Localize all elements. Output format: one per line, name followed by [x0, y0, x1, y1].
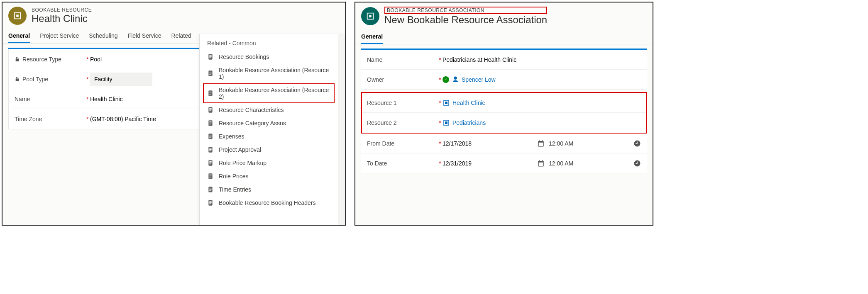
entity-icon	[361, 7, 379, 25]
field-label: From Date	[367, 140, 394, 147]
assoc-fields-dates: From Date * 12/17/2018 12:00 AM To Date …	[361, 134, 647, 173]
form-header: BOOKABLE RESOURCE Health Clinic	[2, 2, 345, 25]
related-item[interactable]: Bookable Resource Association (Resource …	[200, 63, 338, 83]
tab-project-service[interactable]: Project Service	[40, 32, 79, 43]
record-title: Health Clinic	[32, 13, 92, 24]
calendar-icon[interactable]	[537, 140, 545, 147]
clock-icon[interactable]	[633, 160, 641, 167]
related-item[interactable]: Resource Bookings	[200, 50, 338, 63]
field-value: Facility	[90, 73, 152, 86]
field-label: Time Zone	[15, 116, 42, 122]
record-title: New Bookable Resource Association	[384, 14, 547, 26]
entity-label: BOOKABLE RESOURCE	[32, 7, 92, 13]
related-item[interactable]: Expenses	[200, 130, 338, 143]
svg-rect-1	[445, 102, 447, 104]
to-date-value[interactable]: 12/31/2019	[443, 160, 537, 167]
svg-rect-3	[445, 122, 447, 124]
related-item[interactable]: Resource Category Assns	[200, 117, 338, 130]
related-item[interactable]: Time Entries	[200, 183, 338, 196]
related-item[interactable]: Project Approval	[200, 143, 338, 156]
field-label: Name	[15, 96, 30, 102]
field-name[interactable]: Name * Pediatricians at Health Clinic	[361, 50, 647, 70]
person-icon	[452, 76, 459, 83]
lock-icon	[15, 56, 20, 62]
related-menu: Related - Common Resource BookingsBookab…	[199, 34, 345, 225]
field-label: Resource Type	[22, 56, 61, 63]
resource-icon	[443, 99, 450, 107]
form-header: BOOKABLE RESOURCE ASSOCIATION New Bookab…	[355, 2, 653, 26]
field-owner[interactable]: Owner * Spencer Low	[361, 70, 647, 90]
to-time-value[interactable]: 12:00 AM	[549, 160, 573, 167]
bookable-resource-association-form: BOOKABLE RESOURCE ASSOCIATION New Bookab…	[355, 2, 653, 226]
field-label: To Date	[367, 160, 387, 167]
resource-icon	[443, 119, 450, 126]
field-resource-1[interactable]: Resource 1 * Health Clinic	[362, 93, 646, 113]
field-label: Pool Type	[22, 76, 48, 83]
clock-icon[interactable]	[633, 140, 641, 147]
field-to-date[interactable]: To Date * 12/31/2019 12:00 AM	[361, 153, 647, 173]
field-from-date[interactable]: From Date * 12/17/2018 12:00 AM	[361, 134, 647, 153]
lock-icon	[15, 76, 20, 82]
field-label: Resource 2	[367, 119, 397, 126]
resource-fields-highlight: Resource 1 * Health Clinic Resource 2 * …	[361, 92, 647, 134]
check-icon	[443, 76, 449, 83]
assoc-fields-top: Name * Pediatricians at Health Clinic Ow…	[361, 50, 647, 90]
tab-field-service[interactable]: Field Service	[128, 32, 161, 43]
from-time-value[interactable]: 12:00 AM	[549, 140, 573, 147]
tab-scheduling[interactable]: Scheduling	[89, 32, 117, 43]
resource2-link[interactable]: Pediatricians	[452, 119, 486, 126]
related-item[interactable]: Resource Characteristics	[200, 103, 338, 117]
entity-label: BOOKABLE RESOURCE ASSOCIATION	[384, 7, 547, 14]
field-label: Owner	[367, 76, 384, 83]
related-item[interactable]: Bookable Resource Booking Headers	[200, 196, 338, 209]
tab-general[interactable]: General	[361, 33, 383, 44]
field-value: Pediatricians at Health Clinic	[443, 56, 641, 63]
field-label: Name	[367, 56, 382, 63]
related-heading: Related - Common	[200, 40, 338, 50]
tab-related[interactable]: Related	[171, 32, 191, 43]
form-tabs: General	[355, 26, 653, 44]
scrollbar[interactable]	[338, 34, 345, 225]
resource1-link[interactable]: Health Clinic	[452, 100, 485, 106]
related-item[interactable]: Role Prices	[200, 170, 338, 183]
tab-general[interactable]: General	[8, 32, 30, 43]
field-label: Resource 1	[367, 100, 397, 106]
calendar-icon[interactable]	[537, 160, 545, 167]
field-resource-2[interactable]: Resource 2 * Pediatricians	[362, 113, 646, 133]
entity-icon	[8, 7, 27, 25]
related-item[interactable]: Role Price Markup	[200, 156, 338, 170]
owner-link[interactable]: Spencer Low	[462, 76, 496, 83]
from-date-value[interactable]: 12/17/2018	[443, 140, 537, 147]
bookable-resource-form: BOOKABLE RESOURCE Health Clinic General …	[2, 2, 346, 226]
related-item[interactable]: Bookable Resource Association (Resource …	[203, 83, 335, 103]
